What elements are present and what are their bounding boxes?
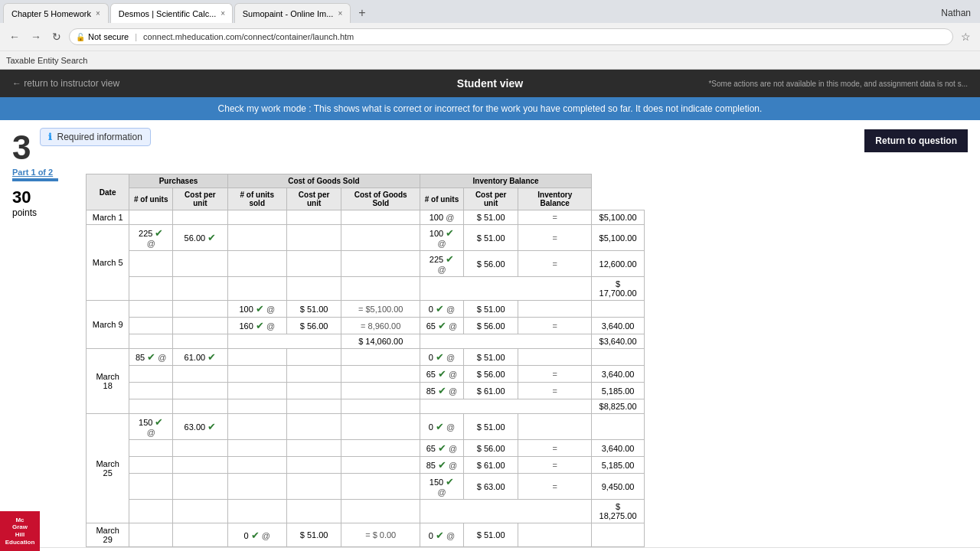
col-inventory-header: Inventory Balance [420,174,592,188]
side-info: Part 1 of 2 30 points [12,168,74,547]
required-info-badge[interactable]: ℹ Required information [40,128,150,146]
date-march9: March 9 [87,301,129,349]
table-row: 65 ✔ @ $ 56.00 = 3,640.00 [87,366,645,383]
table-row: March 25 150 ✔ @ 63.00 ✔ 0 ✔ @ $ 51.00 [87,414,645,440]
table-row subtotal-row: $8,825.00 [87,399,645,414]
date-march1: March 1 [87,210,129,225]
table-row: March 5 225 ✔ @ 56.00 ✔ 100 ✔ @ $ 51.00 … [87,225,645,251]
table-row subtotal-row: $ 18,275.00 [87,500,645,523]
tab-close-2[interactable]: × [220,9,225,18]
return-to-question-button[interactable]: Return to question [864,129,968,152]
col-cogs: Cost of Goods Sold [341,188,420,210]
table-row: March 1 100 @ $ 51.00 = $5,100.00 [87,210,645,225]
table-area: Date Purchases Cost of Goods Sold Invent… [86,168,968,547]
tab-desmos[interactable]: Desmos | Scientific Calc... × [110,3,233,23]
date-march18: March 18 [87,349,129,414]
app-header: ← return to instructor view Student view… [0,70,980,97]
tab-bar: Chapter 5 Homework × Desmos | Scientific… [0,0,980,23]
col-num-units-inv: # of units [420,188,464,210]
new-tab-button[interactable]: + [352,6,371,20]
table-row: March 9 100 ✔ @ $ 51.00 = $5,100.00 0 ✔ … [87,301,645,318]
table-row: 225 ✔ @ $ 56.00 = 12,600.00 [87,251,645,277]
table-row: March 29 0 ✔ @ $ 51.00 = $ 0.00 0 ✔ @ $ … [87,523,645,547]
table-row: 85 ✔ @ $ 61.00 = 5,185.00 [87,383,645,399]
table-row subtotal-row: $ 14,060.00 $3,640.00 [87,334,645,349]
col-cost-per-unit-inv: Cost per unit [463,188,518,210]
mcgraw-hill-logo: Mc Graw Hill Education [0,511,40,551]
table-row: March 18 85 ✔ @ 61.00 ✔ 0 ✔ @ $ 51.00 [87,349,645,366]
col-cogs-header: Cost of Goods Sold [227,174,420,188]
back-button[interactable]: ← [6,29,23,44]
col-inventory-balance: Inventory Balance [518,188,592,210]
security-label: Not secure [88,32,129,41]
student-view-label: Student view [457,77,523,90]
part-info: Part 1 of 2 [12,168,64,177]
tab-sumopaint[interactable]: Sumopaint - Online Im... × [234,3,351,23]
question-number: 3 [12,131,31,165]
info-icon: ℹ [48,132,52,142]
bookmark-item[interactable]: Taxable Entity Search [6,56,87,65]
return-to-instructor-link[interactable]: ← return to instructor view [12,78,119,89]
col-cost-per-unit-purchase: Cost per unit [173,188,227,210]
date-march25: March 25 [87,414,129,523]
security-indicator: 🔓 [76,33,85,41]
date-march29: March 29 [87,523,129,547]
forward-button[interactable]: → [28,29,44,44]
part-progress-bar [12,178,58,181]
tab-close[interactable]: × [96,9,100,18]
info-bar: Check my work mode : This shows what is … [0,97,980,120]
bookmarks-bar: Taxable Entity Search [0,51,980,69]
col-units-sold: # of units sold [227,188,286,210]
tab-chapter5[interactable]: Chapter 5 Homework × [3,3,109,23]
table-row: 150 ✔ @ $ 63.00 = 9,450.00 [87,474,645,500]
col-purchase-header: Purchases [129,174,227,188]
mode-note: *Some actions are not available in this … [708,80,968,88]
tab-close-3[interactable]: × [338,9,342,18]
info-message: Check my work mode : This shows what is … [218,103,763,114]
star-button[interactable]: ☆ [958,29,974,44]
table-row: 65 ✔ @ $ 56.00 = 3,640.00 [87,440,645,457]
col-num-units: # of units [129,188,173,210]
reload-button[interactable]: ↻ [49,29,64,44]
table-row: 85 ✔ @ $ 61.00 = 5,185.00 [87,457,645,474]
inventory-table: Date Purchases Cost of Goods Sold Invent… [86,174,645,547]
url-bar[interactable]: 🔓 Not secure | connect.mheducation.com/c… [69,28,953,45]
points-display: 30 points [12,187,64,218]
pagination: ← Prev of 5 ⊞ Next → [0,547,980,551]
required-info-label: Required information [57,132,142,142]
address-bar: ← → ↻ 🔓 Not secure | connect.mheducation… [0,23,980,51]
table-row subtotal-row: $ 17,700.00 [87,277,645,301]
table-row: 160 ✔ @ $ 56.00 = 8,960.00 65 ✔ @ $ 56.0… [87,318,645,334]
url-text: connect.mheducation.com/connect/containe… [143,32,354,41]
col-cost-per-unit-sold: Cost per unit [286,188,341,210]
date-march5: March 5 [87,225,129,301]
col-date: Date [87,174,129,210]
user-name: Nathan [941,8,977,18]
main-content: Return to question 3 ℹ Required informat… [0,120,980,547]
browser-chrome: Chapter 5 Homework × Desmos | Scientific… [0,0,980,70]
